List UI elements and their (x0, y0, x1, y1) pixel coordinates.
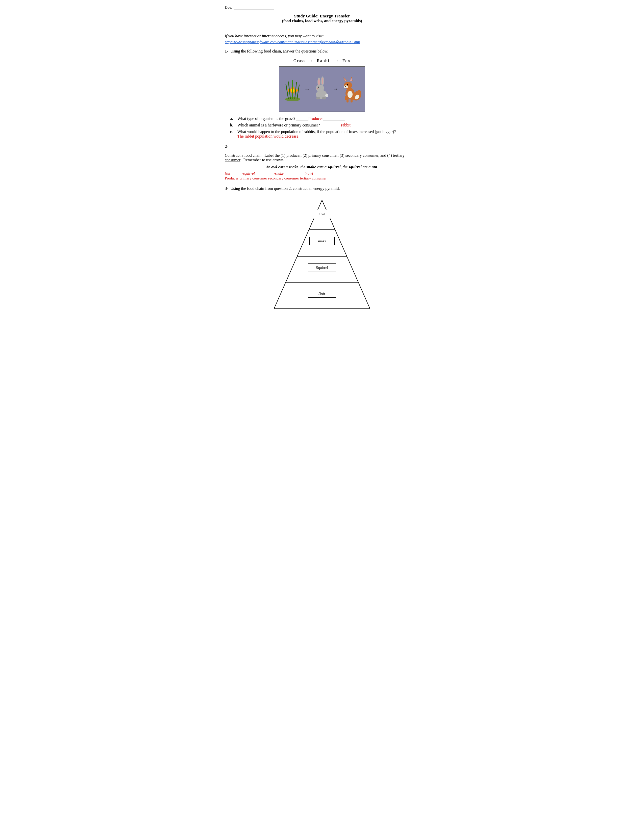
q1c-text: What would happen to the population of r… (237, 130, 396, 134)
q1-text: Using the following food chain, answer t… (230, 49, 328, 56)
q1-heading: 1- (225, 49, 228, 54)
svg-point-20 (316, 97, 320, 100)
title-section: Study Guide: Energy Transfer (food chain… (225, 14, 419, 23)
svg-point-25 (348, 91, 353, 98)
due-label: Due: (225, 5, 232, 10)
q2-text: Construct a food chain. Label the (1) pr… (225, 153, 419, 162)
q2-heading: 2- (225, 144, 228, 149)
q1-sub-a: a. What type of organism is the grass? _… (230, 116, 419, 121)
q2-primary-label: primary consumer (308, 153, 338, 158)
dot-note: . (225, 27, 419, 31)
q2-producer-label: producer (287, 153, 301, 158)
svg-point-17 (318, 87, 319, 88)
q1a-answer: Producer (308, 116, 323, 121)
food-chain-image: → → (225, 66, 419, 112)
svg-rect-37 (352, 96, 354, 100)
pyramid-level-squirrel: Squirrel (308, 263, 336, 272)
arrow-2-icon: → (333, 86, 338, 92)
svg-point-14 (322, 78, 323, 84)
reference-link[interactable]: http://www.sheppardsoftware.com/content/… (225, 40, 419, 44)
svg-point-19 (325, 94, 328, 97)
title-sub: (food chains, food webs, and energy pyra… (225, 19, 419, 23)
question-1: 1- Using the following food chain, answe… (225, 49, 419, 138)
q1b-text: Which animal is a herbivore or primary c… (237, 123, 341, 127)
q3-heading: 3- (225, 186, 228, 191)
svg-line-10 (297, 85, 299, 99)
q1-sub-c: c. What would happen to the population o… (230, 130, 419, 138)
svg-point-21 (322, 97, 326, 100)
pyramid-level-snake: snake (309, 237, 335, 245)
svg-point-16 (316, 85, 324, 92)
internet-note: If you have internet or internet access,… (225, 34, 419, 39)
q2-sentence: An owl eats a snake, the snake eats a sq… (225, 165, 419, 169)
svg-rect-36 (345, 96, 347, 100)
q3-text: Using the food chain from question 2, co… (230, 186, 340, 193)
q1b-answer: rabbit (341, 123, 351, 127)
arrow-1-icon: → (304, 86, 310, 92)
svg-point-18 (317, 88, 318, 89)
pyramid-level-owl: Owl (311, 210, 333, 218)
q2-answer-chain: Nut-------->squirrel-------------->snake… (225, 171, 419, 176)
title-main: Study Guide: Energy Transfer (225, 14, 419, 19)
q1b-rest: _________ (351, 123, 369, 127)
energy-pyramid: Owl snake Squirrel Nuts (225, 198, 419, 311)
q1-sub-b: b. Which animal is a herbivore or primar… (230, 123, 419, 127)
pyramid-level-nuts: Nuts (308, 289, 336, 298)
svg-point-12 (318, 79, 320, 85)
due-underline-blank (233, 5, 274, 10)
grass-icon (283, 77, 302, 102)
svg-point-31 (344, 85, 348, 88)
svg-point-32 (345, 86, 346, 87)
rabbit-icon (312, 77, 331, 102)
q1a-rest: ___________ (323, 116, 345, 121)
question-2: 2- Construct a food chain. Label the (1)… (225, 144, 419, 180)
q1-subquestions: a. What type of organism is the grass? _… (230, 116, 419, 138)
q2-secondary-label: secondary consumer (346, 153, 378, 158)
q2-answer-labels: Producer primary consumer secondary cons… (225, 176, 419, 180)
food-chain-text: Grass → Rabbit → Fox (225, 58, 419, 63)
fox-icon (340, 75, 361, 103)
q1c-answer: The rabbit population would decrease. (237, 134, 396, 138)
due-line: Due: (225, 5, 419, 11)
svg-point-33 (347, 84, 348, 85)
q1a-text: What type of organism is the grass? ____… (237, 116, 308, 121)
question-3: 3- Using the food chain from question 2,… (225, 186, 419, 311)
svg-line-6 (286, 84, 288, 99)
pyramid-container: Owl snake Squirrel Nuts (269, 198, 375, 311)
food-chain-box: → → (279, 66, 365, 112)
